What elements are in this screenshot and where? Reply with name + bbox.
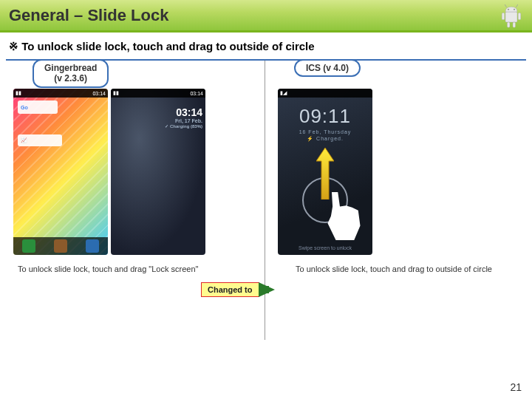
version-badge-ics: ICS (v 4.0) <box>294 59 361 77</box>
changed-to-badge: Changed to <box>201 282 275 297</box>
dock-bar <box>13 237 108 255</box>
android-logo-icon <box>497 1 526 34</box>
page-title: General – Slide Lock <box>9 6 168 25</box>
svg-rect-3 <box>507 22 510 27</box>
caption-ics: To unlock slide lock, touch and drag to … <box>296 265 492 273</box>
page-number: 21 <box>510 381 522 393</box>
gingerbread-screenshots: ▮▮03:14 Go 📈 ▮▮03:14 03:14 Fri, 17 Feb. … <box>13 89 205 255</box>
phone-ics-lock: ▮◢ 09:11 16 Feb, Thursday ⚡ Charged. Swi… <box>278 89 372 255</box>
dock-contacts-icon <box>54 239 67 253</box>
svg-point-8 <box>514 9 515 10</box>
svg-point-7 <box>508 9 509 10</box>
vertical-divider <box>265 61 265 340</box>
ics-screenshot: ▮◢ 09:11 16 Feb, Thursday ⚡ Charged. Swi… <box>278 89 372 255</box>
dock-apps-icon <box>86 239 99 253</box>
content-panel: Gingerbread (v 2.3.6) ICS (v 4.0) ▮▮03:1… <box>6 59 526 340</box>
caption-gingerbread: To unlock slide lock, touch and drag "Lo… <box>18 265 198 273</box>
version-badge-gingerbread: Gingerbread (v 2.3.6) <box>33 59 109 88</box>
changed-label: Changed to <box>201 282 259 297</box>
arrow-right-icon <box>259 282 275 297</box>
status-bar: ▮▮03:14 <box>13 89 108 98</box>
svg-rect-4 <box>513 22 516 27</box>
svg-marker-9 <box>316 148 334 200</box>
swipe-hint: Swipe screen to unlock <box>278 245 372 250</box>
slide-header: General – Slide Lock <box>0 0 532 33</box>
svg-line-5 <box>505 4 506 7</box>
svg-line-6 <box>516 4 517 7</box>
version-name: ICS (v 4.0) <box>306 63 349 73</box>
svg-rect-0 <box>505 12 517 22</box>
widget-row: 📈 <box>18 134 62 146</box>
status-bar: ▮▮03:14 <box>111 89 205 98</box>
phone-lock-screen: ▮▮03:14 03:14 Fri, 17 Feb. ✓ Charging (8… <box>111 89 205 255</box>
dock-phone-icon <box>22 239 35 253</box>
svg-rect-1 <box>502 13 505 20</box>
subtitle-text: ※ To unlock slide lock, touch and drag t… <box>0 33 532 59</box>
search-widget: Go <box>18 100 58 114</box>
status-bar: ▮◢ <box>278 89 372 98</box>
version-name: Gingerbread <box>44 63 97 73</box>
phone-home-screen: ▮▮03:14 Go 📈 <box>13 89 108 255</box>
ics-clock: 09:11 16 Feb, Thursday ⚡ Charged. <box>278 105 372 142</box>
version-number: (v 2.3.6) <box>54 73 87 83</box>
lock-clock: 03:14 Fri, 17 Feb. ✓ Charging (83%) <box>165 106 202 129</box>
drag-arrow-icon <box>316 148 334 200</box>
svg-rect-2 <box>518 13 521 20</box>
